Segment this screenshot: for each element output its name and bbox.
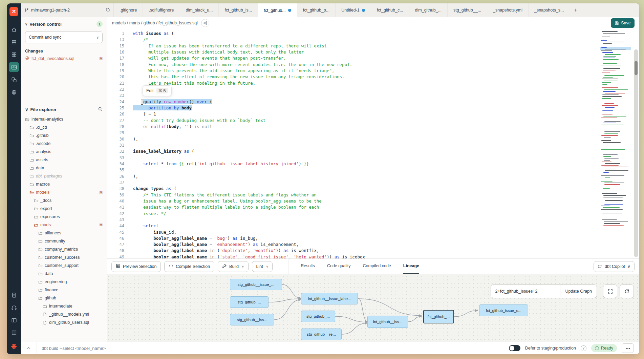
edit-popup-label[interactable]: Edit [146,88,154,93]
open-lineage-icon[interactable] [201,19,209,27]
panel-tab-results[interactable]: Results [301,259,315,274]
code-line[interactable]: 34 select * from {{ ref('int_github__iss… [107,161,599,167]
dbt-copilot-button[interactable]: dbt Copilot ∨ [594,261,635,272]
tree-item-.ci_cd[interactable]: .ci_cd [21,123,107,131]
lineage-node-fct_github_issue_s[interactable]: fct_github_issue_s... [479,304,528,316]
lineage-node-int_github__iss[interactable]: int_github__iss... [367,316,408,328]
rail-panel-icon[interactable] [9,315,19,325]
tree-item-customer_success[interactable]: customer_success [21,253,107,261]
lineage-node-int_github__issue_labe[interactable]: int_github__issue_labe... [301,293,358,304]
code-line[interactable]: 19 While this prevents the old issue fro… [107,68,599,74]
tree-item-.github[interactable]: .github [21,131,107,140]
more-options-button[interactable] [622,343,634,353]
rail-grid-icon[interactable] [9,49,19,60]
minimap[interactable] [600,29,631,256]
tab-stg_github__...[interactable]: stg_github__... [448,3,487,17]
tree-item-data[interactable]: data [21,270,107,278]
commit-and-sync-button[interactable]: Commit and sync ∨ [25,31,103,43]
code-line[interactable]: 43 [107,217,599,223]
code-line[interactable]: 16 multiple issues with identical body t… [107,49,599,55]
panel-tab-lineage[interactable]: Lineage [403,259,419,274]
tree-item-marts[interactable]: martsM [21,221,107,229]
code-line[interactable]: 44 select [107,223,599,229]
tree-item-analysis[interactable]: analysis [21,148,107,156]
tree-item-dbt_packages[interactable]: dbt_packages [21,172,107,180]
code-line[interactable]: 35 [107,167,599,173]
code-line[interactable]: 26 ) = 1 [107,111,599,117]
tree-item-github[interactable]: github [21,294,107,302]
compile-selection-button[interactable]: Compile Selection [164,261,214,272]
tree-item-models[interactable]: modelsM [21,188,107,196]
panel-tab-compiled-code[interactable]: Compiled code [363,259,391,274]
defer-toggle[interactable] [509,345,520,351]
code-line[interactable]: 20 this has the effect of removing the n… [107,74,599,80]
command-input[interactable]: dbt build --select <model_name> [37,346,509,351]
tree-item-internal-analytics[interactable]: internal-analytics [21,115,107,123]
code-line[interactable]: 28 or nullif(body, '') is null [107,124,599,130]
code-line[interactable]: 1with issues as ( [107,30,599,37]
rail-book-icon[interactable] [9,328,19,338]
code-line[interactable]: 32issue_label_history as ( [107,148,599,154]
lint-button[interactable]: Lint∨ [252,261,273,272]
tree-item-macros[interactable]: macros [21,180,107,188]
code-line[interactable]: 17 will get updates for events that happ… [107,55,599,61]
rail-stack-icon[interactable] [9,37,19,47]
tree-item-customer_support[interactable]: customer_support [21,261,107,270]
scrollbar-thumb[interactable] [635,61,638,75]
code-line[interactable]: 23 [107,92,599,99]
dbt-logo-icon[interactable]: ✕ [9,7,18,16]
lineage-node-stg_github__iss[interactable]: stg_github__iss... [230,314,274,325]
refresh-icon[interactable] [620,284,634,298]
code-line[interactable]: 33 [107,155,599,161]
tab-.sqlfluffignore[interactable]: .sqlfluffignore [143,3,180,17]
tree-item-community[interactable]: community [21,237,107,245]
tree-item-intermediate[interactable]: intermediate [21,302,107,310]
lineage-selector-input[interactable]: 2+fct_github_issues+2 [491,285,560,298]
tab-.gitignore[interactable]: .gitignore [114,3,143,17]
lineage-node-fct_github_[interactable]: fct_github_... [423,310,454,323]
code-line[interactable]: 42 issue. */ [107,211,599,217]
code-line[interactable]: 29 [107,130,599,136]
panel-tab-code-quality[interactable]: Code quality [327,259,351,274]
rail-code-icon[interactable] [9,62,19,72]
code-line[interactable]: 36), [107,173,599,180]
tree-item-data[interactable]: data [21,164,107,172]
code-line[interactable]: 30), [107,136,599,142]
tab-fct_github_is...[interactable]: fct_github_is... [219,3,258,17]
code-line[interactable]: 22 [107,86,599,92]
code-line[interactable]: 27 -- don't try deduping issues with no … [107,118,599,124]
rail-compare-icon[interactable] [9,75,19,85]
code-line[interactable]: 46 boolor_agg(label_name = 'bug') as is_… [107,235,599,241]
copy-icon[interactable] [106,7,110,13]
update-graph-button[interactable]: Update Graph [560,285,597,298]
expand-command-bar-button[interactable] [21,342,37,354]
rail-headset-icon[interactable] [9,302,19,313]
tree-item-finance[interactable]: finance [21,286,107,294]
search-icon[interactable] [98,107,103,112]
tree-item-engineering[interactable]: engineering [21,278,107,286]
tab-_snapshots.yml[interactable]: _snapshots.yml [487,3,529,17]
changed-file[interactable]: fct_dbt_invocations.sqlM [21,55,107,62]
tab-fct_github_c...[interactable]: fct_github_c... [371,3,409,17]
code-line[interactable]: 37 [107,180,599,186]
rail-home-icon[interactable] [9,24,19,35]
code-line[interactable]: 13 /* [107,37,599,43]
tab-fct_github...[interactable]: fct_github... [258,3,297,17]
tree-item-_docs[interactable]: _docs [21,196,107,205]
tree-item-alliances[interactable]: alliances [21,229,107,237]
tree-item-assets[interactable]: assets [21,156,107,164]
code-line[interactable]: 15 If an issue has been transferred to a… [107,43,599,49]
tree-item-_github__models.yml[interactable]: _github__models.yml [21,310,107,318]
code-line[interactable]: 48 boolor_agg(label_name in ('duplicate'… [107,248,599,254]
code-line[interactable]: 40 issue has a bug or enhancement label.… [107,198,599,204]
save-button[interactable]: Save [611,18,635,28]
tab-dim_github_...[interactable]: dim_github_... [409,3,448,17]
help-icon[interactable]: ? [581,345,586,351]
code-line[interactable]: 21 Let's revisit this modeling in the fu… [107,80,599,86]
tree-item-dim_github_users.sql[interactable]: dim_github_users.sql [21,318,107,326]
tree-item-company_metrics[interactable]: company_metrics [21,245,107,253]
tree-item-exposures[interactable]: exposures [21,213,107,221]
rail-notes-icon[interactable] [9,290,19,300]
code-line[interactable]: 41 easiest way to flatten multiple label… [107,204,599,210]
lineage-node-stg_github_[interactable]: stg_github_... [301,311,335,322]
